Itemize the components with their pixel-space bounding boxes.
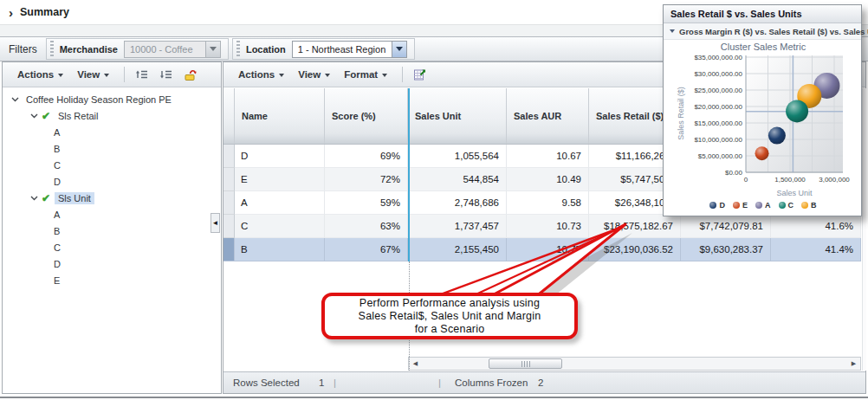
popup-title-bar[interactable]: Sales Retail $ vs. Sales Units	[664, 5, 861, 23]
expand-all-icon[interactable]	[158, 67, 175, 82]
table-cell[interactable]: B	[235, 238, 325, 261]
table-cell[interactable]: 10.73	[507, 215, 589, 238]
table-cell[interactable]: 1,055,564	[408, 145, 507, 168]
table-cell[interactable]: 2,748,686	[408, 191, 507, 215]
row-selector[interactable]	[223, 238, 235, 261]
tree-item-a[interactable]: A	[3, 206, 221, 223]
popup-section-title: Gross Margin R ($) vs. Sales Retail ($) …	[679, 27, 868, 36]
scrollbar-thumb[interactable]	[489, 358, 562, 369]
row-header-gutter	[223, 88, 235, 144]
merchandise-dropdown: 10000 - Coffee	[124, 41, 221, 58]
table-cell[interactable]: 63%	[325, 215, 408, 238]
frozen-column-divider	[408, 88, 410, 261]
thumb-grip	[521, 361, 530, 367]
tree-item-d[interactable]: D	[3, 255, 221, 272]
table-cell[interactable]: 544,854	[408, 168, 507, 191]
scroll-right-icon[interactable]: ▶	[847, 358, 860, 370]
column-header-sales-unit[interactable]: Sales Unit	[408, 88, 507, 144]
locate-node-icon[interactable]	[182, 67, 199, 82]
table-cell[interactable]: A	[235, 191, 325, 215]
columns-frozen-value: 2	[538, 377, 543, 388]
table-cell[interactable]: 72%	[325, 168, 408, 191]
tree-expander-icon[interactable]	[29, 113, 40, 119]
section-collapse-icon[interactable]	[670, 29, 675, 33]
tree-actions-menu[interactable]: Actions	[11, 66, 69, 83]
tree-item-label: E	[50, 274, 63, 287]
tree-item-label: B	[50, 143, 63, 155]
table-cell[interactable]: 67%	[325, 238, 408, 261]
tree-item-c[interactable]: C	[3, 157, 221, 173]
tree-item-a[interactable]: A	[3, 124, 221, 140]
merchandise-filter-group: Merchandise 10000 - Coffee	[46, 38, 229, 60]
column-header-sales-aur[interactable]: Sales AUR	[507, 88, 589, 144]
column-header-name[interactable]: Name	[235, 88, 325, 144]
tree-item-label: C	[50, 159, 64, 171]
table-cell[interactable]: 59%	[325, 191, 408, 215]
column-header-score-[interactable]: Score (%)	[325, 88, 408, 144]
table-cell[interactable]: E	[235, 168, 325, 191]
tree-expander-icon[interactable]	[29, 196, 40, 201]
tree-item-coffee-holiday-season-region-pe[interactable]: Coffee Holiday Season Region PE	[3, 91, 221, 107]
table-row-b[interactable]: B67%2,155,45010.75$23,190,036.52$9,630,2…	[223, 238, 861, 261]
popup-section-header[interactable]: Gross Margin R ($) vs. Sales Retail ($) …	[664, 23, 861, 40]
chevron-down-icon	[58, 74, 63, 77]
collapse-all-icon[interactable]	[133, 67, 151, 82]
chart-bubble-E[interactable]	[755, 146, 769, 160]
row-selector[interactable]	[223, 215, 235, 238]
legend-label: B	[811, 201, 817, 210]
svg-text:$5,000,000.00: $5,000,000.00	[698, 152, 743, 160]
table-cell[interactable]: 10.49	[507, 168, 589, 191]
table-cell[interactable]: 10.67	[507, 145, 589, 168]
scroll-left-icon[interactable]: ◀	[409, 358, 422, 370]
merchandise-value: 10000 - Coffee	[125, 42, 205, 57]
filters-label: Filters	[9, 43, 37, 55]
row-selector[interactable]	[223, 191, 235, 215]
tree-item-b[interactable]: B	[3, 140, 221, 157]
tree-item-sls-unit[interactable]: ✔Sls Unit	[3, 190, 221, 206]
table-cell[interactable]: 2,155,450	[408, 238, 507, 261]
table-cell[interactable]: $9,630,283.37	[681, 238, 771, 261]
table-cell[interactable]: 41.4%	[771, 238, 861, 261]
table-cell[interactable]: 9.58	[507, 191, 589, 215]
horizontal-scrollbar[interactable]: ◀ ▶	[408, 357, 861, 371]
tree-item-label: B	[50, 225, 63, 237]
tree-expander-icon[interactable]	[10, 97, 21, 102]
row-selector[interactable]	[223, 145, 235, 168]
table-cell[interactable]: 41.6%	[771, 215, 861, 238]
chart-bubble-D[interactable]	[768, 127, 786, 145]
table-cell[interactable]: C	[235, 215, 325, 238]
dropdown-arrow-icon	[205, 42, 220, 57]
table-cell[interactable]: 69%	[325, 145, 408, 168]
table-cell[interactable]: 1,737,457	[408, 215, 507, 238]
svg-text:$30,000,000.00: $30,000,000.00	[694, 70, 742, 78]
table-cell[interactable]: $23,190,036.52	[589, 238, 681, 261]
table-actions-menu[interactable]: Actions	[232, 66, 290, 83]
rows-selected-value: 1	[319, 377, 324, 388]
tree-item-label: Coffee Holiday Season Region PE	[23, 94, 175, 106]
tree-item-b[interactable]: B	[3, 223, 221, 239]
dropdown-arrow-icon[interactable]	[392, 42, 406, 57]
chart-bubble-C[interactable]	[786, 100, 808, 122]
tree-item-c[interactable]: C	[3, 239, 221, 255]
table-cell[interactable]: $18,575,182.67	[589, 215, 681, 238]
tree-view-menu[interactable]: View	[71, 66, 115, 83]
table-cell[interactable]: 10.75	[507, 238, 589, 261]
table-cell[interactable]: $7,742,079.81	[681, 215, 771, 238]
summary-expand-icon[interactable]: ›	[9, 6, 13, 19]
table-row-c[interactable]: C63%1,737,45710.73$18,575,182.67$7,742,0…	[223, 215, 861, 238]
location-dropdown[interactable]: 1 - Northeast Region	[292, 41, 407, 58]
tree-item-e[interactable]: E	[3, 272, 221, 288]
table-format-menu[interactable]: Format	[338, 66, 393, 83]
panel-collapse-arrow[interactable]: ◄	[211, 213, 220, 233]
svg-text:0: 0	[744, 176, 748, 184]
export-to-excel-icon[interactable]	[411, 67, 429, 82]
tree-item-sls-retail[interactable]: ✔Sls Retail	[3, 107, 221, 124]
chart-title: Cluster Sales Metric	[664, 42, 863, 52]
chart-legend: DEACB	[664, 201, 863, 210]
status-separator: |	[438, 377, 441, 388]
row-selector[interactable]	[223, 168, 235, 191]
tree-item-d[interactable]: D	[3, 173, 221, 190]
columns-frozen-label: Columns Frozen	[455, 377, 528, 388]
table-cell[interactable]: D	[235, 145, 325, 168]
table-view-menu[interactable]: View	[292, 66, 336, 83]
